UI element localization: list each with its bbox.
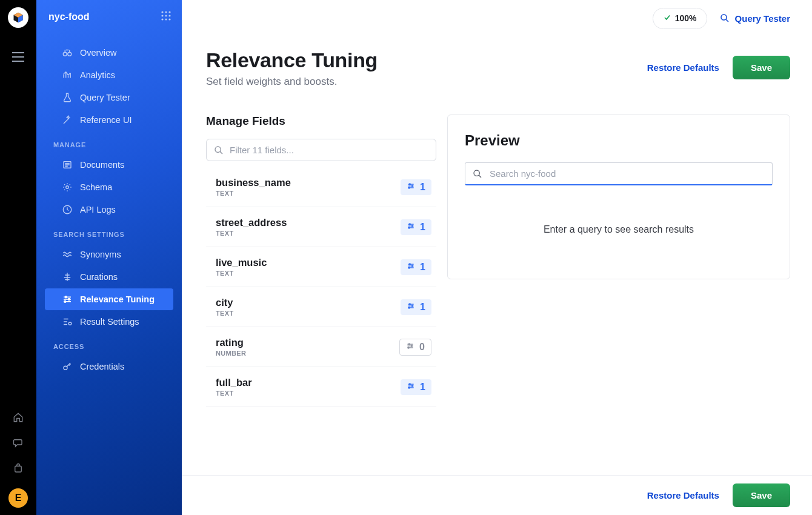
sidebar-item-label: Analytics — [80, 70, 115, 80]
document-icon — [62, 159, 73, 170]
svg-point-36 — [408, 307, 410, 308]
health-percent: 100% — [675, 13, 697, 23]
svg-point-22 — [64, 366, 67, 370]
field-row[interactable]: business_nameTEXT1 — [206, 167, 436, 207]
field-type: TEXT — [216, 310, 233, 317]
svg-point-16 — [66, 186, 69, 189]
field-weight-badge[interactable]: 0 — [399, 339, 431, 356]
sidebar-item-schema[interactable]: Schema — [45, 176, 173, 198]
user-avatar[interactable]: E — [8, 488, 28, 508]
analytics-icon — [62, 70, 73, 81]
sidebar-item-result-settings[interactable]: Result Settings — [45, 311, 173, 333]
page-title: Relevance Tuning — [206, 48, 378, 72]
svg-point-14 — [68, 52, 72, 56]
field-name: business_name — [216, 177, 291, 188]
svg-point-18 — [65, 296, 67, 298]
field-weight-badge[interactable]: 1 — [401, 219, 431, 235]
field-weight-badge[interactable]: 1 — [401, 379, 431, 395]
preview-search-input[interactable] — [490, 168, 765, 179]
field-list: business_nameTEXT1street_addressTEXT1liv… — [206, 167, 436, 407]
field-row[interactable]: full_barTEXT1 — [206, 367, 436, 407]
field-weight-badge[interactable]: 1 — [401, 299, 431, 315]
sidebar-item-query-tester[interactable]: Query Tester — [45, 87, 173, 108]
svg-point-34 — [409, 303, 410, 304]
sidebar-item-reference-ui[interactable]: Reference UI — [45, 109, 173, 131]
sidebar-item-api-logs[interactable]: API Logs — [45, 199, 173, 221]
sliders-icon — [407, 262, 415, 273]
home-icon[interactable] — [13, 412, 24, 425]
svg-rect-2 — [12, 61, 24, 62]
hamburger-icon — [12, 52, 24, 62]
main-area: 100% Query Tester Relevance Tuning Set f… — [182, 0, 812, 515]
search-icon — [214, 145, 224, 155]
sidebar-item-label: Relevance Tuning — [80, 294, 155, 304]
nav-section-label: ACCESS — [36, 333, 182, 355]
svg-point-27 — [408, 187, 410, 188]
field-weight-value: 0 — [419, 342, 425, 353]
preview-search-wrap[interactable] — [465, 162, 773, 185]
sidebar-item-relevance-tuning[interactable]: Relevance Tuning — [45, 288, 173, 310]
sidebar-item-credentials[interactable]: Credentials — [45, 356, 173, 377]
field-row[interactable]: live_musicTEXT1 — [206, 247, 436, 287]
svg-rect-3 — [15, 466, 22, 472]
field-row[interactable]: ratingNUMBER0 — [206, 327, 436, 367]
sidebar-header: nyc-food — [36, 0, 182, 34]
app-logo[interactable] — [8, 7, 28, 28]
sidebar-nav: OverviewAnalyticsQuery TesterReference U… — [36, 34, 182, 385]
field-row[interactable]: street_addressTEXT1 — [206, 207, 436, 247]
save-button-bottom[interactable]: Save — [733, 483, 790, 507]
filter-fields-input-wrap[interactable] — [206, 139, 436, 161]
health-indicator[interactable]: 100% — [653, 8, 707, 29]
svg-point-10 — [161, 18, 163, 20]
page-subtitle: Set field weights and boosts. — [206, 76, 378, 88]
field-type: TEXT — [216, 390, 252, 397]
beaker-search-icon — [719, 13, 730, 24]
page-header: Relevance Tuning Set field weights and b… — [182, 36, 812, 88]
svg-point-32 — [411, 265, 413, 266]
svg-point-41 — [411, 385, 413, 386]
bottom-action-bar: Restore Defaults Save — [182, 475, 812, 515]
query-tester-link[interactable]: Query Tester — [719, 13, 790, 24]
sliders-icon — [406, 342, 414, 353]
menu-toggle[interactable] — [12, 52, 24, 64]
preview-empty-message: Enter a query to see search results — [465, 185, 773, 257]
field-weight-value: 1 — [420, 262, 425, 273]
field-name: street_address — [216, 217, 287, 228]
sidebar-item-overview[interactable]: Overview — [45, 42, 173, 64]
workspace-name: nyc-food — [48, 12, 90, 22]
wand-icon — [62, 115, 73, 125]
field-weight-badge[interactable]: 1 — [401, 179, 431, 195]
package-icon[interactable] — [13, 463, 24, 476]
sidebar-item-curations[interactable]: Curations — [45, 266, 173, 288]
key-icon — [62, 361, 73, 372]
workspace-switcher[interactable] — [161, 11, 171, 23]
curations-icon — [62, 271, 73, 282]
save-button[interactable]: Save — [733, 56, 790, 79]
restore-defaults-button[interactable]: Restore Defaults — [647, 62, 719, 73]
query-tester-label: Query Tester — [735, 13, 790, 24]
field-weight-value: 1 — [420, 222, 425, 233]
svg-point-33 — [408, 267, 410, 268]
sidebar-item-documents[interactable]: Documents — [45, 154, 173, 176]
svg-point-31 — [409, 263, 410, 264]
chat-icon[interactable] — [13, 437, 24, 451]
field-weight-value: 1 — [420, 302, 425, 313]
sidebar-item-label: API Logs — [80, 205, 116, 214]
manage-fields-column: Manage Fields business_nameTEXT1street_a… — [206, 115, 436, 515]
gear-icon — [62, 182, 73, 193]
grid-icon — [161, 11, 171, 21]
sidebar-item-analytics[interactable]: Analytics — [45, 64, 173, 86]
field-name: full_bar — [216, 377, 252, 388]
field-name: rating — [216, 337, 246, 348]
field-weight-badge[interactable]: 1 — [401, 259, 431, 275]
sidebar-item-label: Overview — [80, 48, 116, 58]
cube-icon — [12, 12, 24, 24]
svg-point-9 — [168, 15, 170, 16]
sidebar-item-label: Schema — [80, 182, 112, 192]
sidebar-item-synonyms[interactable]: Synonyms — [45, 244, 173, 265]
field-row[interactable]: cityTEXT1 — [206, 287, 436, 327]
svg-point-11 — [165, 18, 167, 20]
filter-fields-input[interactable] — [230, 145, 428, 155]
restore-defaults-button-bottom[interactable]: Restore Defaults — [647, 490, 719, 500]
nav-section-label: SEARCH SETTINGS — [36, 221, 182, 243]
